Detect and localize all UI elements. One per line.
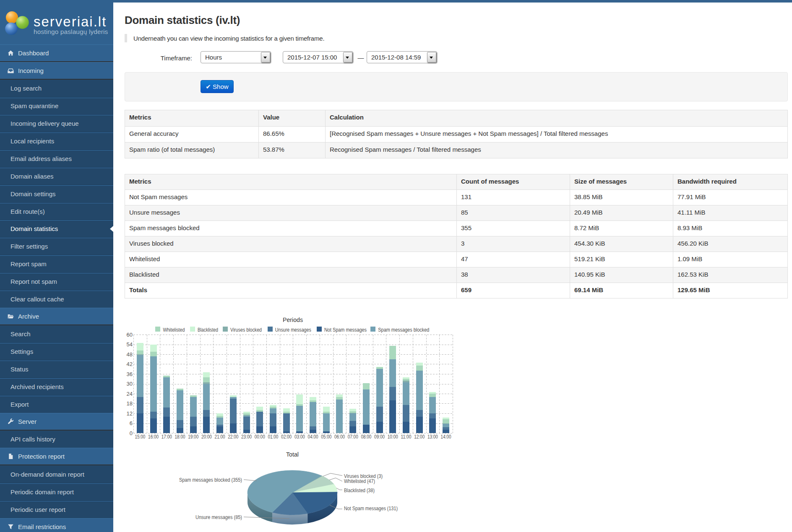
svg-text:09:00: 09:00 xyxy=(374,433,385,440)
svg-text:16:00: 16:00 xyxy=(148,433,159,440)
svg-text:18: 18 xyxy=(127,400,133,407)
svg-text:06:00: 06:00 xyxy=(334,433,345,440)
svg-text:03:00: 03:00 xyxy=(294,433,305,440)
svg-text:Whitelisted (47): Whitelisted (47) xyxy=(344,478,375,484)
svg-text:18:00: 18:00 xyxy=(175,433,185,440)
svg-text:05:00: 05:00 xyxy=(321,433,331,440)
svg-text:Viruses blocked: Viruses blocked xyxy=(230,327,262,333)
svg-text:6: 6 xyxy=(130,420,133,426)
svg-text:01:00: 01:00 xyxy=(268,433,278,440)
svg-text:Spam messages blocked (355): Spam messages blocked (355) xyxy=(179,477,242,483)
svg-text:Periods: Periods xyxy=(283,316,303,323)
svg-text:Not Spam messages (131): Not Spam messages (131) xyxy=(344,506,398,511)
svg-text:00:00: 00:00 xyxy=(255,433,265,440)
svg-text:24: 24 xyxy=(127,391,133,397)
svg-text:07:00: 07:00 xyxy=(348,433,358,440)
svg-text:08:00: 08:00 xyxy=(361,433,371,440)
svg-text:Total: Total xyxy=(286,451,299,458)
svg-text:19:00: 19:00 xyxy=(188,433,198,440)
svg-text:Unsure messages: Unsure messages xyxy=(275,327,311,333)
svg-text:11:00: 11:00 xyxy=(401,433,412,440)
svg-text:10:00: 10:00 xyxy=(388,433,398,440)
svg-text:17:00: 17:00 xyxy=(162,433,172,440)
svg-text:48: 48 xyxy=(127,351,133,358)
svg-text:20:00: 20:00 xyxy=(201,433,212,440)
svg-text:Whitelisted: Whitelisted xyxy=(163,327,185,333)
svg-text:22:00: 22:00 xyxy=(228,433,238,440)
svg-text:0: 0 xyxy=(130,430,133,436)
svg-text:30: 30 xyxy=(127,381,133,387)
svg-text:Not Spam messages: Not Spam messages xyxy=(324,327,367,333)
svg-text:Blacklisted (38): Blacklisted (38) xyxy=(344,488,375,493)
svg-text:04:00: 04:00 xyxy=(308,433,318,440)
svg-text:12:00: 12:00 xyxy=(414,433,425,440)
svg-text:21:00: 21:00 xyxy=(215,433,225,440)
svg-text:42: 42 xyxy=(127,361,133,367)
svg-text:Unsure messages (85): Unsure messages (85) xyxy=(195,514,242,520)
svg-text:23:00: 23:00 xyxy=(241,433,252,440)
svg-text:12: 12 xyxy=(127,410,133,417)
svg-text:60: 60 xyxy=(127,332,133,338)
svg-text:36: 36 xyxy=(127,371,133,377)
svg-text:54: 54 xyxy=(127,341,133,348)
svg-text:15:00: 15:00 xyxy=(135,433,145,440)
svg-text:Blacklisted: Blacklisted xyxy=(198,327,218,333)
svg-text:02:00: 02:00 xyxy=(281,433,292,440)
svg-text:Spam messages blocked: Spam messages blocked xyxy=(378,327,429,333)
svg-text:14:00: 14:00 xyxy=(441,433,451,440)
svg-text:13:00: 13:00 xyxy=(427,433,438,440)
